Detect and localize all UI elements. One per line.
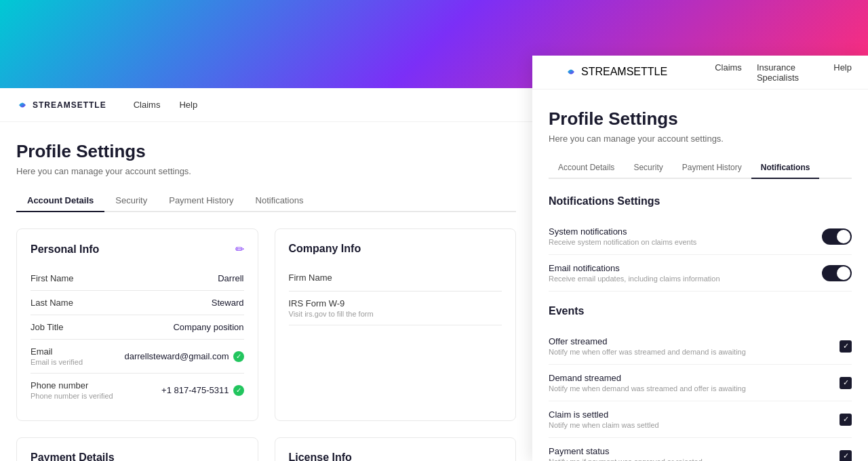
irs-form-sub: Visit irs.gov to fill the form — [289, 310, 502, 318]
offer-streamed-checkbox[interactable] — [840, 340, 852, 353]
firm-name-label: Firm Name — [289, 273, 502, 283]
payment-details-header: Payment Details How would you like to pa… — [31, 452, 244, 461]
left-nav-links: Claims Help — [134, 100, 197, 110]
demand-streamed-checkbox[interactable] — [840, 377, 852, 389]
right-logo: STREAMSETTLE — [549, 56, 684, 89]
page-title: Profile Settings — [16, 141, 516, 162]
payment-details-title: Payment Details — [31, 452, 115, 461]
offer-streamed-title: Offer streamed — [549, 336, 746, 346]
company-info-header: Company Info — [289, 243, 502, 255]
right-logo-text: STREAMSETTLE — [581, 66, 667, 78]
first-name-label: First Name — [31, 273, 74, 283]
right-nav-insurance[interactable]: Insurance Specialists — [757, 62, 818, 83]
claim-settled-desc: Notify me when claim was settled — [549, 421, 659, 429]
right-nav-help[interactable]: Help — [833, 62, 852, 83]
first-name-field: First Name Darrell — [31, 266, 244, 291]
email-sub-label: Email is verified — [31, 358, 83, 366]
license-info-header: License Info Please only add your curren… — [289, 452, 502, 461]
left-nav-claims[interactable]: Claims — [134, 100, 161, 110]
license-info-card: License Info Please only add your curren… — [275, 437, 517, 461]
tab-account-details[interactable]: Account Details — [16, 190, 104, 212]
event-claim-settled: Claim is settled Notify me when claim wa… — [549, 401, 852, 438]
job-title-field: Job Title Company position — [31, 315, 244, 340]
right-tab-notifications[interactable]: Notifications — [751, 157, 820, 179]
left-navbar: STREAMSETTLE Claims Help — [0, 88, 532, 122]
system-notif-item: System notifications Receive system noti… — [549, 218, 852, 255]
main-content-area: Profile Settings Here you can manage you… — [0, 122, 532, 461]
demand-streamed-title: Demand streamed — [549, 373, 746, 383]
right-navbar: STREAMSETTLE Claims Insurance Specialist… — [532, 56, 868, 89]
tab-security[interactable]: Security — [104, 190, 158, 212]
phone-value: +1 817-475-5311 — [161, 385, 229, 395]
job-title-value: Company position — [173, 322, 243, 332]
email-notif-item: Email notifications Receive email update… — [549, 255, 852, 292]
left-logo-text: STREAMSETTLE — [33, 100, 106, 110]
right-page-subtitle: Here you can manage your account setting… — [549, 134, 852, 144]
settings-grid: Personal Info ✏ First Name Darrell Last … — [16, 228, 516, 461]
claim-settled-checkbox[interactable] — [840, 414, 852, 426]
payment-status-checkbox[interactable] — [840, 450, 852, 462]
irs-form-field: IRS Form W-9 Visit irs.gov to fill the f… — [289, 292, 502, 325]
offer-streamed-desc: Notify me when offer was streamed and de… — [549, 348, 746, 356]
last-name-value: Steward — [212, 298, 244, 308]
right-tab-account[interactable]: Account Details — [549, 157, 624, 179]
email-notif-desc: Receive email updates, including claims … — [549, 275, 720, 283]
streamsettle-logo-icon — [16, 99, 28, 111]
right-content-area: Profile Settings Here you can manage you… — [532, 89, 868, 461]
right-nav-claims[interactable]: Claims — [715, 62, 742, 83]
right-tab-payment[interactable]: Payment History — [673, 157, 751, 179]
email-label: Email — [31, 346, 83, 357]
notifications-section-title: Notifications Settings — [549, 195, 852, 207]
claim-settled-title: Claim is settled — [549, 409, 659, 420]
firm-name-field: Firm Name — [289, 266, 502, 292]
email-notif-title: Email notifications — [549, 263, 720, 273]
demand-streamed-desc: Notify me when demand was streamed and o… — [549, 384, 746, 393]
left-panel: STREAMSETTLE Claims Help Profile Setting… — [0, 88, 532, 461]
company-info-title: Company Info — [289, 243, 361, 255]
payment-status-desc: Notify me if payment was approved or rej… — [549, 458, 703, 461]
job-title-label: Job Title — [31, 322, 63, 332]
events-section-title: Events — [549, 305, 852, 317]
last-name-field: Last Name Steward — [31, 291, 244, 315]
account-tabs: Account Details Security Payment History… — [16, 190, 516, 212]
right-panel: STREAMSETTLE Claims Insurance Specialist… — [532, 56, 868, 461]
right-tabs: Account Details Security Payment History… — [549, 157, 852, 179]
personal-info-header: Personal Info ✏ — [31, 243, 244, 256]
personal-info-edit-icon[interactable]: ✏ — [235, 243, 244, 256]
left-logo: STREAMSETTLE — [16, 99, 106, 111]
right-logo-icon — [565, 66, 577, 78]
payment-status-title: Payment status — [549, 446, 703, 456]
system-notif-desc: Receive system notification on claims ev… — [549, 238, 696, 246]
phone-verified-icon: ✓ — [233, 385, 244, 396]
personal-info-card: Personal Info ✏ First Name Darrell Last … — [16, 228, 258, 421]
company-info-card: Company Info Firm Name IRS Form W-9 Visi… — [275, 228, 517, 421]
system-notif-title: System notifications — [549, 226, 696, 237]
email-field: Email Email is verified darrellsteward@g… — [31, 340, 244, 374]
tab-notifications[interactable]: Notifications — [245, 190, 315, 212]
personal-info-title: Personal Info — [31, 243, 99, 256]
first-name-value: Darrell — [218, 273, 243, 283]
left-nav-help[interactable]: Help — [179, 100, 197, 110]
tab-payment-history[interactable]: Payment History — [158, 190, 244, 212]
email-notif-toggle[interactable] — [822, 265, 852, 281]
phone-sub-label: Phone number is verified — [31, 392, 113, 400]
right-nav-links: Claims Insurance Specialists Help — [715, 62, 852, 83]
event-demand-streamed: Demand streamed Notify me when demand wa… — [549, 365, 852, 401]
system-notif-toggle[interactable] — [822, 228, 852, 245]
event-payment-status: Payment status Notify me if payment was … — [549, 438, 852, 461]
email-verified-icon: ✓ — [233, 351, 244, 362]
last-name-label: Last Name — [31, 298, 73, 308]
payment-details-card: Payment Details How would you like to pa… — [16, 437, 258, 461]
irs-form-label: IRS Form W-9 — [289, 298, 502, 308]
license-info-title: License Info — [289, 452, 352, 461]
email-value: darrellsteward@gmail.com — [124, 351, 229, 361]
right-tab-security[interactable]: Security — [624, 157, 672, 179]
phone-field: Phone number Phone number is verified +1… — [31, 374, 244, 407]
right-page-title: Profile Settings — [549, 108, 852, 129]
event-offer-streamed: Offer streamed Notify me when offer was … — [549, 328, 852, 365]
phone-label: Phone number — [31, 380, 113, 390]
page-subtitle: Here you can manage your account setting… — [16, 166, 516, 176]
